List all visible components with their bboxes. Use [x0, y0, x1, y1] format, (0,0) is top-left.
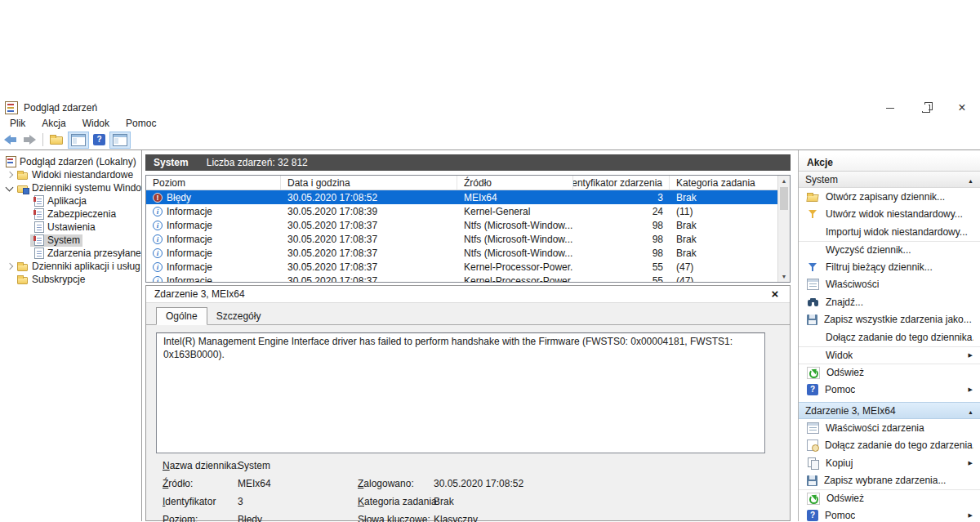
- date-cell: 30.05.2020 17:08:37: [281, 248, 457, 259]
- tree-item[interactable]: Subskrypcje: [0, 273, 141, 286]
- chevron-icon[interactable]: [4, 261, 15, 272]
- restore-button[interactable]: [908, 100, 944, 116]
- tree-item[interactable]: Aplikacja: [0, 194, 141, 207]
- chevron-icon[interactable]: [4, 169, 15, 181]
- screenshot-stage: Podgląd zdarzeń PlikAkcjaWidokPomoc: [0, 0, 980, 522]
- tree-item[interactable]: Widoki niestandardowe: [0, 168, 141, 181]
- column-header-date[interactable]: Data i godzina: [281, 176, 457, 190]
- level-icon: [153, 262, 163, 272]
- menu-item-label: Widok: [82, 118, 109, 129]
- event-row[interactable]: Informacje 30.05.2020 17:08:39 Kernel-Ge…: [146, 204, 777, 218]
- action-item-label: Kopiuj: [826, 457, 853, 469]
- tree-item-icon: [6, 156, 16, 167]
- level-cell: Informacje: [146, 275, 281, 283]
- column-header-event-id[interactable]: Identyfikator zdarzenia: [573, 176, 670, 190]
- field-log-label: Nazwa dziennika:: [163, 460, 239, 472]
- forward-arrow-icon[interactable]: [22, 135, 36, 145]
- collapse-caret-icon[interactable]: [968, 405, 973, 417]
- action-item-icon: [807, 439, 818, 451]
- help-icon[interactable]: [93, 134, 105, 145]
- action-item[interactable]: Odśwież: [799, 364, 980, 381]
- menu-item[interactable]: Pomoc: [118, 118, 164, 129]
- action-item[interactable]: Importuj widok niestandardowy...: [799, 223, 980, 241]
- tree-item[interactable]: Zdarzenia przesyłane dale: [0, 247, 141, 260]
- tree-item[interactable]: Podgląd zdarzeń (Lokalny): [0, 155, 141, 168]
- event-row[interactable]: Informacje 30.05.2020 17:08:37 Kernel-Pr…: [146, 260, 777, 274]
- tree-item-icon: [17, 183, 29, 194]
- action-item[interactable]: Pomoc: [799, 381, 980, 399]
- close-button[interactable]: [944, 100, 980, 116]
- minimize-button[interactable]: [872, 100, 908, 116]
- table-scrollbar[interactable]: [777, 176, 790, 282]
- scrollbar-up-icon[interactable]: [778, 176, 790, 186]
- scrollbar-thumb[interactable]: [780, 187, 788, 210]
- action-item[interactable]: Właściwości: [799, 276, 980, 294]
- field-keywords-label: Słowa kluczowe:: [358, 514, 430, 522]
- collapse-caret-icon[interactable]: [968, 174, 973, 185]
- column-header-task-category[interactable]: Kategoria zadania: [670, 176, 776, 190]
- details-content: Intel(R) Management Engine Interface dri…: [146, 325, 790, 520]
- tree-item[interactable]: System: [0, 234, 141, 247]
- back-arrow-icon[interactable]: [4, 135, 18, 145]
- event-row[interactable]: Informacje 30.05.2020 17:08:37 Ntfs (Mic…: [146, 218, 777, 232]
- event-row[interactable]: Informacje 30.05.2020 17:08:37 Ntfs (Mic…: [146, 232, 777, 246]
- action-item[interactable]: Pomoc: [799, 507, 980, 522]
- actions-section-system-header[interactable]: System: [799, 172, 980, 188]
- tree-item-label: Subskrypcje: [32, 274, 85, 285]
- event-id-cell: 55: [573, 261, 670, 273]
- main-content: Podgląd zdarzeń (Lokalny) Widoki niestan…: [0, 150, 980, 521]
- action-item[interactable]: Dołącz zadanie do tego dziennika...: [799, 328, 980, 346]
- action-item[interactable]: Otwórz zapisany dziennik...: [799, 188, 980, 206]
- actions-pane: Akcje System Otwórz zapisany dziennik...…: [798, 150, 980, 521]
- tree-item[interactable]: Zabezpieczenia: [0, 207, 141, 221]
- tab-general[interactable]: Ogólne: [156, 307, 207, 325]
- action-item[interactable]: Widok: [799, 346, 980, 364]
- tree-item[interactable]: Dzienniki systemu Windows: [0, 181, 141, 194]
- show-action-pane-button[interactable]: [109, 132, 131, 149]
- column-header-level[interactable]: Poziom: [146, 176, 281, 190]
- action-item[interactable]: Utwórz widok niestandardowy...: [799, 206, 980, 224]
- level-label: Informacje: [167, 220, 212, 231]
- action-item[interactable]: Filtruj bieżący dziennik...: [799, 258, 980, 276]
- level-cell: Informacje: [146, 261, 281, 273]
- column-header-source[interactable]: Źródło: [457, 176, 573, 190]
- action-item[interactable]: Zapisz wszystkie zdarzenia jako...: [799, 311, 980, 329]
- action-item[interactable]: Wyczyść dziennik...: [799, 241, 980, 259]
- menu-item[interactable]: Plik: [2, 118, 33, 129]
- tab-details[interactable]: Szczegóły: [207, 308, 270, 324]
- actions-section-event-header[interactable]: Zdarzenie 3, MEIx64: [799, 402, 980, 419]
- field-logged-value: 30.05.2020 17:08:52: [434, 478, 523, 490]
- event-row[interactable]: Błędy 30.05.2020 17:08:52 MEIx64 3 Brak: [146, 190, 777, 204]
- event-row[interactable]: Informacje 30.05.2020 17:08:37 Kernel-Pr…: [146, 274, 777, 283]
- tree-item[interactable]: Dzienniki aplikacji i usług: [0, 260, 141, 273]
- action-item[interactable]: Znajdź...: [799, 293, 980, 311]
- source-cell: Kernel-General: [457, 206, 573, 217]
- action-item-icon: [807, 191, 819, 203]
- details-close-icon[interactable]: [768, 288, 782, 301]
- event-row[interactable]: Informacje 30.05.2020 17:08:37 Ntfs (Mic…: [146, 246, 777, 260]
- action-item[interactable]: Odśwież: [799, 489, 980, 507]
- action-item[interactable]: Kopiuj: [799, 454, 980, 472]
- level-label: Informacje: [167, 261, 212, 273]
- scrollbar-down-icon[interactable]: [778, 271, 790, 282]
- field-logged-label: Zalogowano:: [358, 478, 414, 490]
- actions-section-title: System: [805, 174, 838, 185]
- tree-item[interactable]: Ustawienia: [0, 221, 141, 234]
- action-item[interactable]: Właściwości zdarzenia: [799, 419, 980, 437]
- show-console-tree-button[interactable]: [68, 132, 89, 149]
- date-cell: 30.05.2020 17:08:37: [281, 275, 457, 283]
- open-saved-log-icon[interactable]: [50, 134, 64, 145]
- action-item[interactable]: Zapisz wybrane zdarzenia...: [799, 472, 980, 490]
- menu-item[interactable]: Widok: [74, 118, 118, 129]
- chevron-icon[interactable]: [4, 182, 15, 194]
- tree-item-icon: [17, 261, 29, 272]
- action-item[interactable]: Dołącz zadanie do tego zdarzenia...: [799, 437, 980, 455]
- panel-splitter[interactable]: [791, 150, 798, 521]
- tree-item-icon: [34, 234, 44, 246]
- category-cell: Brak: [670, 192, 776, 203]
- menu-item[interactable]: Akcja: [33, 118, 74, 129]
- action-item-icon: [807, 297, 819, 308]
- tree-node: Dzienniki systemu Windows: [15, 182, 142, 194]
- tree-item-label: System: [47, 234, 80, 246]
- source-cell: Ntfs (Microsoft-Window...: [457, 248, 573, 259]
